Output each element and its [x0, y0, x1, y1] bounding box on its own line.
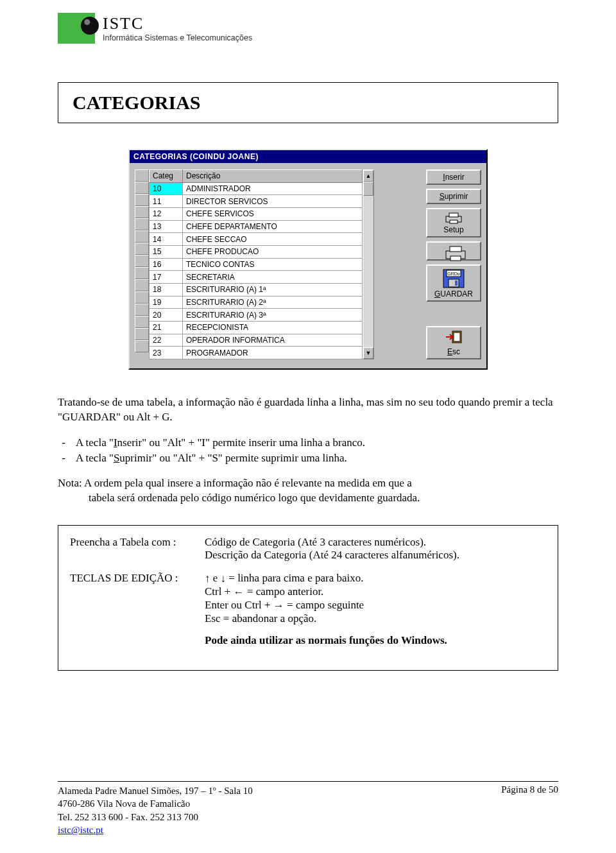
- arrow-up-icon: [205, 573, 210, 585]
- bullet-dash: -: [58, 452, 69, 465]
- table-row[interactable]: 15CHEFE PRODUCAO: [150, 245, 363, 258]
- table-row[interactable]: 21RECEPCIONISTA: [150, 321, 363, 334]
- bullet-list: - A tecla "Inserir" ou "Alt" + "I" permi…: [58, 436, 558, 465]
- svg-rect-1: [449, 213, 458, 217]
- printer-icon: [445, 246, 463, 257]
- table-row[interactable]: 17SECRETARIA: [150, 271, 363, 284]
- categorias-dialog: CATEGORIAS (COINDU JOANE) Categ Descriçã…: [128, 149, 488, 370]
- floppy-disk-icon: GRDu: [443, 269, 465, 288]
- print-setup-button[interactable]: Setup: [426, 208, 481, 237]
- section-title-box: CATEGORIAS: [58, 82, 558, 123]
- svg-rect-4: [450, 246, 461, 252]
- arrow-right-icon: [273, 599, 284, 612]
- table-row[interactable]: 10ADMINISTRADOR: [150, 182, 363, 195]
- arrow-left-icon: [234, 586, 244, 599]
- note-line-1: A ordem pela qual insere a informação nã…: [84, 477, 412, 489]
- col-header-categ[interactable]: Categ: [150, 170, 183, 183]
- field-label-teclas: TECLAS DE EDIÇÃO :: [70, 572, 205, 647]
- page-footer: Alameda Padre Manuel Simões, 197 – 1º - …: [58, 781, 558, 836]
- arrow-down-icon: [221, 573, 227, 585]
- scroll-down-button[interactable]: ▼: [363, 347, 373, 359]
- note-line-2: tabela será ordenada pelo código numéric…: [89, 491, 558, 506]
- table-row[interactable]: 22OPERADOR INFORMATICA: [150, 334, 363, 347]
- table-row[interactable]: 13CHEFE DEPARTAMENTO: [150, 220, 363, 233]
- setup-label: Setup: [443, 225, 463, 234]
- note-label: Nota:: [58, 477, 82, 489]
- data-grid[interactable]: Categ Descrição 10ADMINISTRADOR 11DIRECT…: [135, 169, 421, 359]
- scroll-up-button[interactable]: ▲: [363, 170, 373, 182]
- footer-phone: Tel. 252 313 600 - Fax. 252 313 700: [58, 811, 253, 823]
- footer-address-1: Alameda Padre Manuel Simões, 197 – 1º - …: [58, 784, 253, 797]
- field-value-preencha: Código de Categoria (Até 3 caracteres nu…: [205, 536, 546, 562]
- svg-rect-2: [450, 220, 458, 223]
- field-label-preencha: Preencha a Tabela com :: [70, 536, 205, 562]
- logo-icon: [58, 13, 95, 44]
- print-button[interactable]: [426, 241, 481, 261]
- cell-categ[interactable]: 10: [150, 182, 183, 195]
- scroll-thumb[interactable]: [363, 182, 373, 196]
- printer-icon: [445, 212, 463, 224]
- bullet-dash: -: [58, 436, 69, 449]
- bullet-2: A tecla "Suprimir" ou "Alt" + "S" permit…: [76, 452, 347, 465]
- inserir-button[interactable]: Inserir: [426, 169, 481, 185]
- windows-functions-note: Pode ainda utilizar as normais funções d…: [205, 634, 546, 647]
- svg-rect-5: [450, 256, 461, 261]
- exit-door-icon: [445, 331, 463, 346]
- col-header-desc[interactable]: Descrição: [183, 170, 363, 183]
- svg-rect-9: [455, 280, 458, 286]
- guardar-button[interactable]: GRDu GUARDAR: [426, 264, 481, 302]
- suprimir-button[interactable]: Suprimir: [426, 189, 481, 204]
- table-row[interactable]: 12CHEFE SERVICOS: [150, 207, 363, 220]
- table-row[interactable]: 16TECNICO CONTAS: [150, 258, 363, 271]
- brand-name: ISTC: [103, 14, 252, 33]
- instructions-box: Preencha a Tabela com : Código de Catego…: [58, 525, 558, 671]
- table-row[interactable]: 18ESCRITURARIO (A) 1ª: [150, 283, 363, 296]
- row-header-gutter: [135, 169, 149, 359]
- table-row[interactable]: 11DIRECTOR SERVICOS: [150, 195, 363, 208]
- table-row[interactable]: 23PROGRAMADOR: [150, 347, 363, 359]
- brand-tagline: Informática Sistemas e Telecomunicações: [103, 33, 252, 42]
- intro-paragraph: Tratando-se de uma tabela, a informação …: [58, 395, 558, 425]
- footer-address-2: 4760-286 Vila Nova de Famalicão: [58, 797, 253, 810]
- doc-header: ISTC Informática Sistemas e Telecomunica…: [58, 13, 558, 44]
- esc-button[interactable]: Esc: [426, 326, 481, 359]
- dialog-title: CATEGORIAS (COINDU JOANE): [130, 150, 486, 163]
- floppy-badge: GRDu: [447, 271, 460, 276]
- field-value-teclas: e = linha para cima e para baixo. Ctrl +…: [205, 572, 546, 647]
- svg-rect-11: [454, 332, 460, 341]
- page-number: Página 8 de 50: [501, 784, 558, 836]
- section-title: CATEGORIAS: [73, 92, 543, 114]
- table-row[interactable]: 20ESCRITURARIO (A) 3ª: [150, 309, 363, 322]
- footer-email-link[interactable]: istc@istc.pt: [58, 825, 103, 835]
- note-block: Nota: A ordem pela qual insere a informa…: [58, 476, 558, 506]
- scroll-track[interactable]: [363, 182, 373, 347]
- cell-desc[interactable]: ADMINISTRADOR: [183, 182, 363, 195]
- bullet-1: A tecla "Inserir" ou "Alt" + "I" permite…: [76, 436, 365, 449]
- table-row[interactable]: 19ESCRITURARIO (A) 2ª: [150, 296, 363, 309]
- table-row[interactable]: 14CHEFE SECCAO: [150, 233, 363, 246]
- vertical-scrollbar[interactable]: ▲ ▼: [363, 169, 374, 359]
